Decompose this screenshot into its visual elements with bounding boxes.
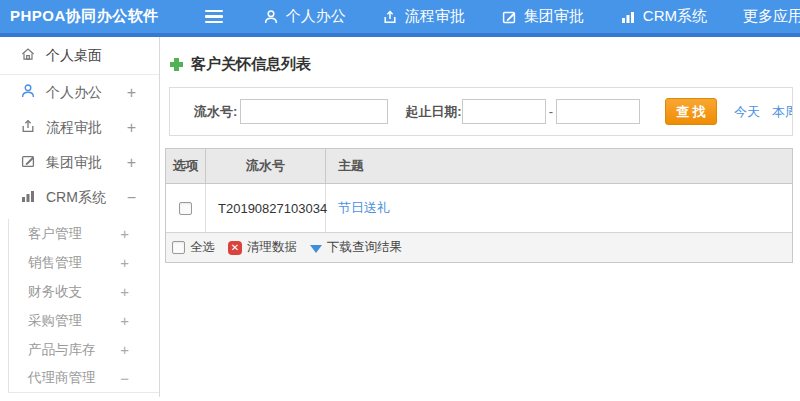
page-title-row: 客户关怀信息列表 [165,37,800,77]
row-subject-link[interactable]: 节日送礼 [338,199,390,217]
nav-label: 个人办公 [286,7,346,26]
sidebar-item-label: 流程审批 [46,119,102,137]
sidebar-subitem-finance[interactable]: 财务收支 + [9,277,159,306]
select-all-checkbox[interactable] [172,241,185,254]
sidebar-item-label: 财务收支 [28,283,82,301]
date-range-separator: - [549,104,553,119]
sidebar-item-label: 销售管理 [28,254,82,272]
column-header-subject: 主题 [326,149,792,183]
sidebar-item-crm[interactable]: CRM系统 − [0,180,159,215]
table-footer-bar: 全选 ✕ 清理数据 下载查询结果 [166,233,792,262]
filter-bar: 流水号: 起止日期: - 查 找 今天 本周 [169,87,793,136]
nav-item-group-approval[interactable]: 集团审批 [501,7,584,26]
expand-plus-icon: + [127,119,136,137]
sidebar-item-label: 个人桌面 [46,47,102,65]
sidebar-item-desktop[interactable]: 个人桌面 [0,37,159,75]
table-header-row: 选项 流水号 主题 [166,149,792,184]
bar-chart-icon [20,188,36,207]
sidebar-item-label: 产品与库存 [28,341,96,359]
bar-chart-icon [620,9,636,25]
user-icon [263,9,279,25]
main-content: 客户关怀信息列表 流水号: 起止日期: - 查 找 今天 本周 选项 流水号 主… [160,37,800,397]
sidebar-subitem-products[interactable]: 产品与库存 + [9,335,159,364]
today-link[interactable]: 今天 [734,103,760,121]
nav-label: 更多应用 [743,7,800,26]
download-arrow-icon[interactable] [310,245,322,253]
records-table: 选项 流水号 主题 T20190827103034 节日送礼 全选 ✕ 清理数据 [165,148,793,263]
date-range-label: 起止日期: [405,103,461,121]
sidebar-item-label: CRM系统 [46,189,106,207]
date-end-input[interactable] [556,99,640,124]
nav-label: 集团审批 [524,7,584,26]
sidebar-item-personal-office[interactable]: 个人办公 + [0,75,159,110]
app-logo: PHPOA协同办公软件 [0,7,159,26]
sidebar: 个人桌面 个人办公 + 流程审批 + [0,37,160,397]
user-icon [20,83,36,102]
clear-data-icon[interactable]: ✕ [228,241,242,255]
expand-plus-icon: + [120,283,129,300]
table-row: T20190827103034 节日送礼 [166,184,792,233]
nav-item-more-apps[interactable]: 更多应用 [743,7,800,26]
expand-plus-icon: + [120,225,129,242]
row-serial-number: T20190827103034 [206,184,326,232]
collapse-minus-icon: − [127,189,136,207]
sidebar-subitem-sales-mgmt[interactable]: 销售管理 + [9,248,159,277]
nav-item-personal-office[interactable]: 个人办公 [263,7,346,26]
sidebar-item-flow-approval[interactable]: 流程审批 + [0,110,159,145]
home-icon [20,46,36,65]
edit-icon [20,153,36,172]
top-nav: 个人办公 流程审批 集团审批 [263,7,800,26]
sidebar-item-label: 个人办公 [46,84,102,102]
nav-item-crm[interactable]: CRM系统 [620,7,707,26]
crm-submenu: 客户管理 + 销售管理 + 财务收支 + 采购管理 + 产品与库存 + 代理商管… [8,219,159,393]
top-bar: PHPOA协同办公软件 个人办公 流程审批 [0,0,800,37]
nav-label: 流程审批 [405,7,465,26]
expand-plus-icon: + [120,254,129,271]
serial-number-label: 流水号: [194,103,237,121]
select-all-label[interactable]: 全选 [190,239,215,256]
expand-plus-icon: + [127,84,136,102]
sidebar-item-label: 代理商管理 [28,369,96,387]
sidebar-item-label: 客户管理 [28,225,82,243]
sidebar-item-label: 集团审批 [46,154,102,172]
edit-icon [501,9,517,25]
nav-label: CRM系统 [643,7,707,26]
column-header-options: 选项 [166,149,206,183]
hamburger-menu-icon[interactable] [205,10,223,24]
sidebar-item-label: 采购管理 [28,312,82,330]
clear-data-link[interactable]: 清理数据 [247,239,297,256]
sidebar-subitem-agents[interactable]: 代理商管理 − [9,364,159,393]
page-title: 客户关怀信息列表 [191,55,311,74]
row-checkbox[interactable] [179,202,192,215]
sidebar-subitem-customer-mgmt[interactable]: 客户管理 + [9,219,159,248]
column-header-serial: 流水号 [206,149,326,183]
expand-plus-icon: + [120,312,129,329]
expand-plus-icon: + [120,341,129,358]
serial-number-input[interactable] [240,99,388,124]
flow-approval-icon [20,118,36,137]
this-week-link[interactable]: 本周 [772,103,793,121]
expand-plus-icon: + [127,154,136,172]
add-record-icon[interactable] [170,58,183,71]
sidebar-subitem-purchasing[interactable]: 采购管理 + [9,306,159,335]
sidebar-item-group-approval[interactable]: 集团审批 + [0,145,159,180]
search-button[interactable]: 查 找 [665,98,717,125]
download-results-link[interactable]: 下载查询结果 [327,239,402,256]
flow-approval-icon [382,9,398,25]
date-start-input[interactable] [462,99,546,124]
collapse-minus-icon: − [120,370,129,387]
nav-item-flow-approval[interactable]: 流程审批 [382,7,465,26]
